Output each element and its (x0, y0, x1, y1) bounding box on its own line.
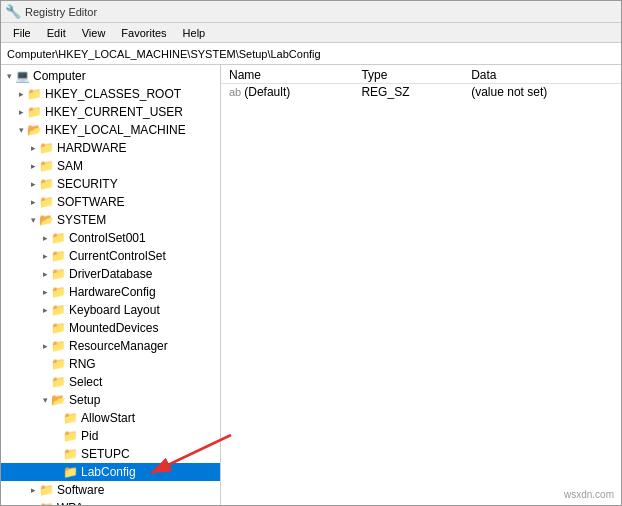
folder-icon: 📁 (39, 483, 54, 497)
tree-item-label: SYSTEM (57, 213, 106, 227)
folder-icon: 📁 (39, 177, 54, 191)
tree-item-label: DriverDatabase (69, 267, 152, 281)
tree-item-hklm[interactable]: ▾📂HKEY_LOCAL_MACHINE (1, 121, 220, 139)
tree-item-label: SAM (57, 159, 83, 173)
tree-item-label: Software (57, 483, 104, 497)
menu-item-help[interactable]: Help (175, 25, 214, 41)
expand-arrow[interactable]: ▾ (39, 395, 51, 405)
tree-item-hkcr[interactable]: ▸📁HKEY_CLASSES_ROOT (1, 85, 220, 103)
tree-panel: ▾💻Computer▸📁HKEY_CLASSES_ROOT▸📁HKEY_CURR… (1, 65, 221, 506)
folder-icon: 📁 (39, 141, 54, 155)
expand-arrow[interactable]: ▸ (15, 89, 27, 99)
tree-item-software[interactable]: ▸📁SOFTWARE (1, 193, 220, 211)
title-bar: 🔧 Registry Editor (1, 1, 621, 23)
tree-item-label: Pid (81, 429, 98, 443)
tree-item-label: WPA (57, 501, 83, 506)
folder-icon: 📁 (39, 195, 54, 209)
tree-item-rng[interactable]: 📁RNG (1, 355, 220, 373)
registry-name: ab(Default) (221, 84, 353, 101)
tree-item-hardware[interactable]: ▸📁HARDWARE (1, 139, 220, 157)
tree-item-label: ControlSet001 (69, 231, 146, 245)
expand-arrow[interactable]: ▸ (27, 161, 39, 171)
registry-data: (value not set) (463, 84, 621, 101)
expand-arrow[interactable]: ▸ (27, 197, 39, 207)
menu-item-favorites[interactable]: Favorites (113, 25, 174, 41)
folder-icon: 📂 (27, 123, 42, 137)
folder-icon: 📁 (63, 465, 78, 479)
menu-item-edit[interactable]: Edit (39, 25, 74, 41)
tree-item-wpa[interactable]: 📁WPA (1, 499, 220, 506)
tree-item-label: Select (69, 375, 102, 389)
tree-item-label: LabConfig (81, 465, 136, 479)
tree-item-label: SETUPC (81, 447, 130, 461)
folder-icon: 📁 (51, 249, 66, 263)
tree-item-select[interactable]: 📁Select (1, 373, 220, 391)
address-bar: Computer\HKEY_LOCAL_MACHINE\SYSTEM\Setup… (1, 43, 621, 65)
tree-item-computer[interactable]: ▾💻Computer (1, 67, 220, 85)
folder-icon: 📂 (39, 213, 54, 227)
expand-arrow[interactable]: ▸ (39, 287, 51, 297)
app-icon: 🔧 (5, 4, 21, 19)
expand-arrow[interactable]: ▸ (27, 179, 39, 189)
tree-item-label: HARDWARE (57, 141, 127, 155)
tree-item-label: Computer (33, 69, 86, 83)
tree-item-label: AllowStart (81, 411, 135, 425)
folder-icon: 📁 (51, 321, 66, 335)
registry-type: REG_SZ (353, 84, 463, 101)
watermark: wsxdn.com (564, 489, 614, 500)
folder-icon: 📁 (39, 159, 54, 173)
reg-value-icon: ab (229, 86, 241, 98)
tree-item-mounteddevices[interactable]: 📁MountedDevices (1, 319, 220, 337)
folder-icon: 📁 (63, 429, 78, 443)
tree-item-sam[interactable]: ▸📁SAM (1, 157, 220, 175)
table-row[interactable]: ab(Default)REG_SZ(value not set) (221, 84, 621, 101)
expand-arrow[interactable]: ▾ (3, 71, 15, 81)
menu-item-view[interactable]: View (74, 25, 114, 41)
folder-icon: 📁 (51, 267, 66, 281)
tree-item-label: CurrentControlSet (69, 249, 166, 263)
expand-arrow[interactable]: ▾ (15, 125, 27, 135)
tree-item-hardwareconfig[interactable]: ▸📁HardwareConfig (1, 283, 220, 301)
expand-arrow[interactable]: ▸ (39, 269, 51, 279)
tree-item-label: SECURITY (57, 177, 118, 191)
expand-arrow[interactable]: ▸ (27, 143, 39, 153)
folder-icon: 📁 (51, 375, 66, 389)
folder-icon: 📁 (51, 357, 66, 371)
tree-item-currentcontrolset[interactable]: ▸📁CurrentControlSet (1, 247, 220, 265)
expand-arrow[interactable]: ▸ (15, 107, 27, 117)
expand-arrow[interactable]: ▾ (27, 215, 39, 225)
tree-item-keyboardlayout[interactable]: ▸📁Keyboard Layout (1, 301, 220, 319)
column-header-data: Data (463, 67, 621, 84)
tree-item-label: SOFTWARE (57, 195, 125, 209)
tree-item-pid[interactable]: 📁Pid (1, 427, 220, 445)
registry-table: NameTypeData ab(Default)REG_SZ(value not… (221, 67, 621, 100)
tree-item-software2[interactable]: ▸📁Software (1, 481, 220, 499)
expand-arrow[interactable]: ▸ (27, 485, 39, 495)
expand-arrow[interactable]: ▸ (39, 341, 51, 351)
menu-bar: FileEditViewFavoritesHelp (1, 23, 621, 43)
menu-item-file[interactable]: File (5, 25, 39, 41)
tree-item-label: Setup (69, 393, 100, 407)
expand-arrow[interactable]: ▸ (39, 251, 51, 261)
tree-item-setupc[interactable]: 📁SETUPC (1, 445, 220, 463)
tree-item-label: MountedDevices (69, 321, 158, 335)
expand-arrow[interactable]: ▸ (39, 305, 51, 315)
expand-arrow[interactable]: ▸ (39, 233, 51, 243)
tree-item-allowstart[interactable]: 📁AllowStart (1, 409, 220, 427)
tree-item-system[interactable]: ▾📂SYSTEM (1, 211, 220, 229)
tree-item-labconfig[interactable]: 📁LabConfig (1, 463, 220, 481)
tree-item-security[interactable]: ▸📁SECURITY (1, 175, 220, 193)
folder-icon: 📁 (27, 105, 42, 119)
tree-item-hkcu[interactable]: ▸📁HKEY_CURRENT_USER (1, 103, 220, 121)
app-title: Registry Editor (25, 6, 97, 18)
tree-item-setup[interactable]: ▾📂Setup (1, 391, 220, 409)
tree-item-driverdatabase[interactable]: ▸📁DriverDatabase (1, 265, 220, 283)
tree-item-resourcemanager[interactable]: ▸📁ResourceManager (1, 337, 220, 355)
tree-item-label: HardwareConfig (69, 285, 156, 299)
folder-icon: 📁 (51, 285, 66, 299)
folder-icon: 📁 (27, 87, 42, 101)
tree-item-label: HKEY_CURRENT_USER (45, 105, 183, 119)
tree-item-controlset001[interactable]: ▸📁ControlSet001 (1, 229, 220, 247)
column-header-type: Type (353, 67, 463, 84)
folder-icon: 📁 (51, 231, 66, 245)
